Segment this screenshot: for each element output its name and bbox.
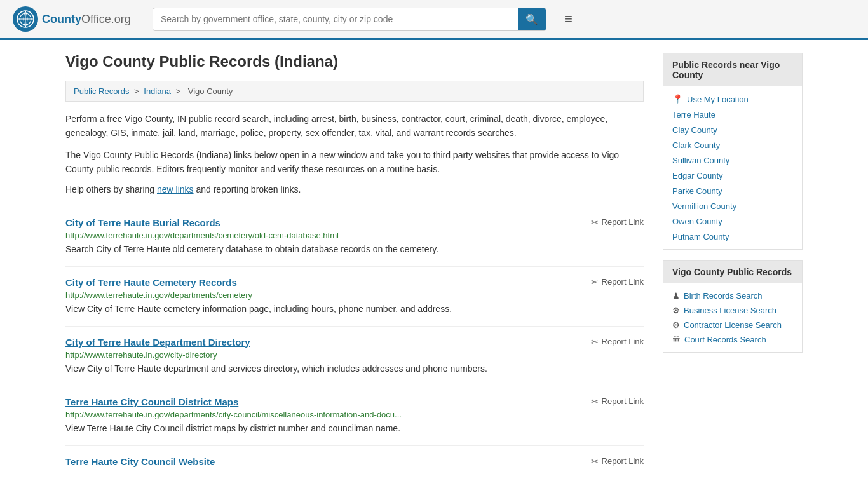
logo-text: CountyOffice.org	[42, 13, 131, 26]
vigo-records-section: Vigo County Public Records ♟ Birth Recor…	[663, 260, 803, 353]
report-icon: ✂	[591, 277, 599, 287]
report-label: Report Link	[602, 337, 644, 346]
nearby-list: 📍 Use My Location Terre HauteClay County…	[663, 86, 802, 249]
record-item: Terre Haute City Council District Maps ✂…	[65, 386, 644, 446]
help-text: Help others by sharing new links and rep…	[65, 184, 644, 194]
nearby-list-item[interactable]: Clay County	[663, 122, 802, 137]
nearby-section: Public Records near Vigo County 📍 Use My…	[663, 53, 803, 250]
report-label: Report Link	[602, 456, 644, 466]
nearby-link[interactable]: Owen County	[672, 217, 722, 226]
breadcrumb: Public Records > Indiana > Vigo County	[65, 81, 644, 102]
vigo-record-item[interactable]: 🏛 Court Records Search	[663, 332, 802, 347]
record-title[interactable]: City of Terre Haute Department Directory	[65, 337, 250, 348]
record-title[interactable]: Terre Haute City Council District Maps	[65, 396, 238, 407]
nearby-list-item[interactable]: Clark County	[663, 137, 802, 152]
record-header: City of Terre Haute Burial Records ✂ Rep…	[65, 217, 644, 228]
use-location-item[interactable]: 📍 Use My Location	[663, 92, 802, 107]
logo[interactable]: CountyOffice.org	[13, 6, 140, 32]
sidebar: Public Records near Vigo County 📍 Use My…	[663, 53, 803, 480]
report-icon: ✂	[591, 456, 599, 466]
nearby-link[interactable]: Parke County	[672, 186, 722, 196]
search-button[interactable]: 🔍	[518, 8, 546, 30]
record-description: View City of Terre Haute department and …	[65, 362, 644, 376]
report-label: Report Link	[602, 277, 644, 287]
record-title[interactable]: City of Terre Haute Burial Records	[65, 217, 220, 228]
record-url[interactable]: http://www.terrehaute.in.gov/departments…	[65, 231, 644, 240]
record-item: Terre Haute City Council Website ✂ Repor…	[65, 446, 644, 480]
record-item: City of Terre Haute Department Directory…	[65, 327, 644, 386]
report-link-button[interactable]: ✂ Report Link	[591, 456, 644, 466]
vigo-record-item[interactable]: ⚙ Business License Search	[663, 303, 802, 318]
nearby-list-item[interactable]: Owen County	[663, 214, 802, 229]
breadcrumb-indiana[interactable]: Indiana	[144, 86, 171, 96]
vigo-records-title: Vigo County Public Records	[663, 261, 802, 283]
nearby-list-item[interactable]: Terre Haute	[663, 107, 802, 122]
record-title[interactable]: Terre Haute City Council Website	[65, 456, 215, 467]
report-icon: ✂	[591, 337, 599, 347]
record-url[interactable]: http://www.terrehaute.in.gov/city-direct…	[65, 350, 644, 360]
vigo-record-item[interactable]: ♟ Birth Records Search	[663, 288, 802, 303]
nearby-link[interactable]: Edgar County	[672, 171, 723, 180]
description-1: Perform a free Vigo County, IN public re…	[65, 112, 644, 140]
report-link-button[interactable]: ✂ Report Link	[591, 217, 644, 227]
use-location-link[interactable]: Use My Location	[687, 95, 749, 104]
description-2: The Vigo County Public Records (Indiana)…	[65, 148, 644, 177]
report-label: Report Link	[602, 217, 644, 227]
search-icon: 🔍	[526, 14, 538, 25]
vigo-record-icon: ⚙	[672, 320, 680, 330]
vigo-record-item[interactable]: ⚙ Contractor License Search	[663, 318, 802, 332]
record-url[interactable]: http://www.terrehaute.in.gov/departments…	[65, 410, 644, 419]
nearby-link[interactable]: Sullivan County	[672, 156, 729, 165]
record-description: View Terre Haute City Council district m…	[65, 422, 644, 435]
nearby-link[interactable]: Terre Haute	[672, 110, 715, 119]
vigo-record-icon: ♟	[672, 291, 680, 301]
logo-icon	[13, 6, 38, 32]
record-header: City of Terre Haute Department Directory…	[65, 337, 644, 348]
nearby-list-item[interactable]: Sullivan County	[663, 152, 802, 168]
main-container: Vigo County Public Records (Indiana) Pub…	[53, 40, 815, 488]
vigo-record-icon: 🏛	[672, 335, 681, 344]
report-link-button[interactable]: ✂ Report Link	[591, 277, 644, 287]
report-link-button[interactable]: ✂ Report Link	[591, 337, 644, 347]
nearby-title: Public Records near Vigo County	[663, 53, 802, 86]
vigo-record-icon: ⚙	[672, 306, 680, 315]
breadcrumb-vigo-county: Vigo County	[188, 86, 233, 96]
report-icon: ✂	[591, 396, 599, 407]
record-header: City of Terre Haute Cemetery Records ✂ R…	[65, 277, 644, 288]
search-input[interactable]	[153, 9, 518, 29]
records-list: City of Terre Haute Burial Records ✂ Rep…	[65, 207, 644, 480]
nearby-list-item[interactable]: Parke County	[663, 183, 802, 198]
report-icon: ✂	[591, 217, 599, 227]
vigo-record-link[interactable]: Contractor License Search	[684, 320, 782, 330]
record-url[interactable]: http://www.terrehaute.in.gov/departments…	[65, 290, 644, 300]
record-description: View City of Terre Haute cemetery inform…	[65, 302, 644, 316]
record-item: City of Terre Haute Cemetery Records ✂ R…	[65, 267, 644, 327]
location-pin-icon: 📍	[672, 94, 683, 104]
vigo-records-list: ♟ Birth Records Search ⚙ Business Licens…	[663, 283, 802, 352]
nearby-link[interactable]: Putnam County	[672, 232, 729, 241]
report-label: Report Link	[602, 396, 644, 406]
record-header: Terre Haute City Council Website ✂ Repor…	[65, 456, 644, 467]
hamburger-icon: ≡	[564, 11, 573, 27]
menu-button[interactable]: ≡	[559, 8, 578, 30]
content-area: Vigo County Public Records (Indiana) Pub…	[65, 53, 644, 480]
breadcrumb-public-records[interactable]: Public Records	[74, 86, 129, 96]
site-header: CountyOffice.org 🔍 ≡	[0, 0, 868, 40]
record-description: Search City of Terre Haute old cemetery …	[65, 243, 644, 256]
page-title: Vigo County Public Records (Indiana)	[65, 53, 644, 71]
nearby-list-item[interactable]: Putnam County	[663, 229, 802, 244]
nearby-link[interactable]: Clay County	[672, 125, 717, 135]
vigo-record-link[interactable]: Birth Records Search	[684, 291, 763, 301]
vigo-record-link[interactable]: Business License Search	[684, 306, 776, 315]
search-bar: 🔍	[153, 8, 546, 31]
nearby-link[interactable]: Clark County	[672, 140, 720, 150]
new-links-link[interactable]: new links	[157, 184, 194, 194]
report-link-button[interactable]: ✂ Report Link	[591, 396, 644, 407]
nearby-link[interactable]: Vermillion County	[672, 201, 736, 211]
nearby-list-item[interactable]: Vermillion County	[663, 198, 802, 214]
vigo-record-link[interactable]: Court Records Search	[684, 335, 766, 344]
record-title[interactable]: City of Terre Haute Cemetery Records	[65, 277, 237, 288]
record-header: Terre Haute City Council District Maps ✂…	[65, 396, 644, 407]
nearby-list-item[interactable]: Edgar County	[663, 168, 802, 183]
record-item: City of Terre Haute Burial Records ✂ Rep…	[65, 207, 644, 267]
